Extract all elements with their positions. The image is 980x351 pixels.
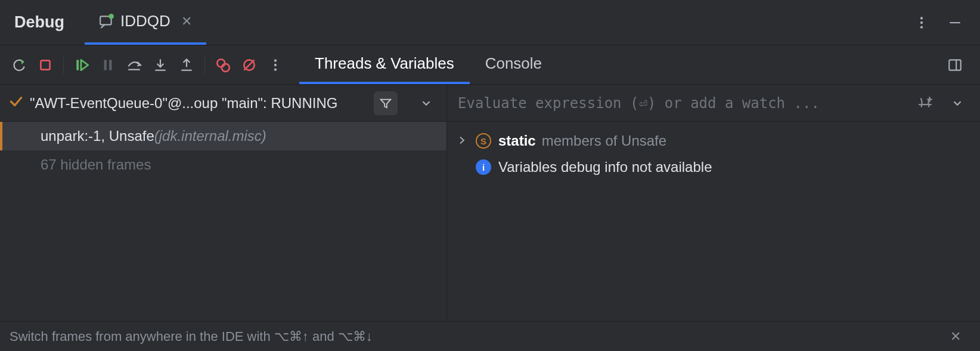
svg-point-21 [274,68,277,70]
thread-label[interactable]: "AWT-EventQueue-0"@...oup "main": RUNNIN… [30,95,368,112]
top-bar-actions [911,12,974,33]
variable-row-info: i Variables debug info not available [454,154,973,180]
expand-chevron-icon[interactable] [454,133,470,149]
frame-row[interactable]: unpark:-1, Unsafe (jdk.internal.misc) [0,122,446,150]
step-into-button[interactable] [147,52,173,78]
filter-frames-button[interactable] [374,91,398,115]
svg-point-4 [920,26,923,28]
hint-bar: Switch frames from anywhere in the IDE w… [0,321,980,351]
panel-title: Debug [6,13,73,32]
static-badge-icon: S [476,133,491,149]
svg-rect-9 [109,60,111,70]
add-watch-icon[interactable] [914,93,936,114]
separator [63,56,64,74]
top-bar: Debug IDDQD ✕ [0,0,980,45]
svg-point-19 [274,59,277,61]
minimize-icon[interactable] [944,12,966,33]
more-options-icon[interactable] [911,12,932,33]
run-config-tab[interactable]: IDDQD ✕ [85,0,206,45]
tab-label: Threads & Variables [315,54,454,73]
toolbar-right [944,54,974,76]
tab-threads-variables[interactable]: Threads & Variables [299,45,470,84]
svg-point-2 [920,17,923,19]
step-over-button[interactable] [121,52,147,78]
svg-point-16 [222,63,230,71]
run-config-icon [99,14,114,29]
running-check-icon [8,94,24,113]
tab-label: Console [485,54,542,73]
step-out-button[interactable] [173,52,200,78]
layout-settings-icon[interactable] [944,54,966,76]
info-message: Variables debug info not available [498,159,712,176]
separator [204,56,205,74]
evaluate-expression-row: Evaluate expression (⏎) or add a watch .… [447,85,980,122]
svg-rect-22 [949,60,961,70]
stop-button[interactable] [32,52,58,78]
variables-tree: S static members of Unsafe i Variables d… [447,122,980,186]
tab-console[interactable]: Console [470,45,557,84]
svg-point-3 [920,21,923,23]
svg-point-20 [274,63,277,66]
pause-button[interactable] [95,52,121,78]
sub-tabs: Threads & Variables Console [299,45,557,84]
frame-label: unpark:-1, Unsafe [41,128,154,144]
run-config-label: IDDQD [120,12,170,30]
view-breakpoints-button[interactable] [210,52,236,78]
svg-point-15 [217,59,225,67]
toolbar-more-icon[interactable] [262,52,289,78]
thread-dropdown-icon[interactable] [414,91,438,115]
hint-text: Switch frames from anywhere in the IDE w… [10,329,373,344]
hidden-frames-label[interactable]: 67 hidden frames [0,150,446,179]
variable-row-static[interactable]: S static members of Unsafe [454,128,973,154]
debug-toolbar: Threads & Variables Console [0,45,980,85]
svg-point-1 [108,14,114,19]
thread-selector-row: "AWT-EventQueue-0"@...oup "main": RUNNIN… [0,85,446,122]
close-hint-icon[interactable]: ✕ [950,329,961,344]
svg-rect-7 [76,60,79,70]
frames-pane: "AWT-EventQueue-0"@...oup "main": RUNNIN… [0,85,447,321]
frames-list: unpark:-1, Unsafe (jdk.internal.misc) 67… [0,122,446,321]
frame-package: (jdk.internal.misc) [154,128,266,144]
mute-breakpoints-button[interactable] [236,52,262,78]
svg-rect-8 [104,60,107,70]
variable-desc: members of Unsafe [542,133,666,149]
main-split: "AWT-EventQueue-0"@...oup "main": RUNNIN… [0,85,980,321]
svg-rect-6 [41,60,49,69]
eval-actions [914,91,969,115]
info-badge-icon: i [476,159,491,175]
variable-name: static [498,133,536,149]
variables-pane: Evaluate expression (⏎) or add a watch .… [447,85,980,321]
close-tab-icon[interactable]: ✕ [181,14,192,29]
resume-button[interactable] [69,52,95,78]
rerun-button[interactable] [6,52,32,78]
evaluate-expression-input[interactable]: Evaluate expression (⏎) or add a watch .… [458,95,906,112]
eval-history-dropdown-icon[interactable] [945,91,969,115]
